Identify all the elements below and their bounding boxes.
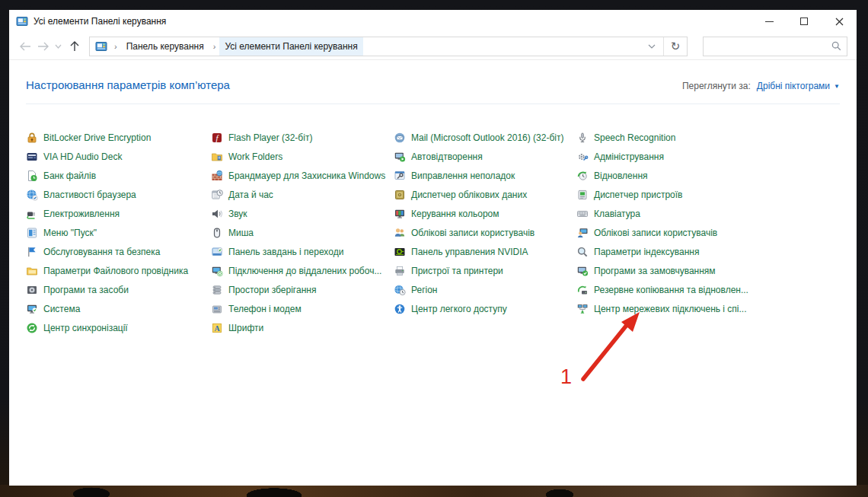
item-label: Flash Player (32-біт): [228, 132, 312, 143]
item-label: Властивості браузера: [43, 190, 136, 200]
control-panel-item[interactable]: Диспетчер облікових даних: [394, 185, 576, 204]
view-by-dropdown[interactable]: Дрібні піктограми ▼: [757, 81, 840, 91]
control-panel-item[interactable]: Облікові записи користувачів: [394, 223, 576, 242]
breadcrumb-all-items[interactable]: Усі елементи Панелі керування: [219, 37, 362, 56]
item-label: Центр мережевих підключень і спі...: [594, 304, 747, 314]
storage-spaces-icon: [211, 284, 223, 296]
item-label: Миша: [228, 228, 254, 238]
item-label: Параметри індексування: [594, 247, 699, 257]
forward-arrow-icon: [37, 41, 50, 52]
control-panel-item[interactable]: Властивості браузера: [26, 185, 211, 204]
close-button[interactable]: [822, 10, 857, 33]
item-label: Звук: [228, 209, 247, 219]
control-panel-item[interactable]: Work Folders: [211, 147, 394, 166]
control-panel-item[interactable]: Керування кольором: [394, 204, 576, 223]
up-arrow-icon: [69, 40, 80, 52]
item-label: Диспетчер пристроїв: [594, 190, 682, 200]
power-options-icon: [26, 208, 38, 220]
control-panel-item[interactable]: Брандмауер для Захисника Windows: [211, 166, 394, 185]
search-box[interactable]: [703, 37, 847, 56]
title-bar: Усі елементи Панелі керування: [9, 10, 857, 33]
credential-manager-icon: [394, 189, 406, 201]
control-panel-item[interactable]: Параметри Файлового провідника: [26, 261, 211, 280]
items-column-2: Flash Player (32-біт)Work FoldersБрандма…: [211, 128, 394, 337]
control-panel-item[interactable]: Центр синхронізації: [26, 318, 211, 337]
control-panel-item[interactable]: Центр легкого доступу: [394, 299, 576, 318]
sync-center-icon: [26, 322, 38, 334]
taskbar-icon: [211, 246, 223, 258]
item-label: Центр легкого доступу: [411, 304, 507, 314]
control-panel-item[interactable]: Центр мережевих підключень і спі...: [576, 299, 753, 318]
maximize-button[interactable]: [787, 10, 822, 33]
autoplay-icon: [394, 151, 406, 163]
bitlocker-icon: [26, 132, 38, 144]
control-panel-item[interactable]: Виправлення неполадок: [394, 166, 576, 185]
control-panel-item[interactable]: Регіон: [394, 280, 576, 299]
chevron-down-icon: [55, 44, 62, 49]
control-panel-item[interactable]: Електроживлення: [26, 204, 211, 223]
speech-recognition-icon: [576, 132, 589, 144]
items-column-1: BitLocker Drive EncryptionVIA HD Audio D…: [26, 128, 211, 337]
control-panel-item[interactable]: Меню "Пуск": [26, 223, 211, 242]
control-panel-item[interactable]: Система: [26, 299, 211, 318]
control-panel-item[interactable]: Простори зберігання: [211, 280, 394, 299]
control-panel-item[interactable]: Банк файлів: [26, 166, 211, 185]
mouse-icon: [211, 227, 223, 239]
back-button[interactable]: [18, 41, 32, 52]
address-bar[interactable]: › Панель керування › Усі елементи Панелі…: [89, 37, 688, 56]
control-panel-item[interactable]: Панель управления NVIDIA: [394, 242, 576, 261]
items-column-4: Speech RecognitionАдмініструванняВідновл…: [576, 128, 753, 337]
control-panel-item[interactable]: Speech Recognition: [576, 128, 753, 147]
control-panel-item[interactable]: Телефон і модем: [211, 299, 394, 318]
via-audio-icon: [26, 151, 38, 163]
control-panel-item[interactable]: Mail (Microsoft Outlook 2016) (32-біт): [394, 128, 576, 147]
item-label: Система: [43, 304, 80, 314]
header-divider: [26, 104, 840, 104]
control-panel-item[interactable]: Flash Player (32-біт): [211, 128, 394, 147]
control-panel-item[interactable]: Диспетчер пристроїв: [576, 185, 753, 204]
control-panel-item[interactable]: Звук: [211, 204, 394, 223]
item-label: Підключення до віддалених робоч...: [228, 266, 381, 276]
control-panel-item[interactable]: Миша: [211, 223, 394, 242]
item-label: Обслуговування та безпека: [43, 247, 160, 257]
item-label: Резервне копіювання та відновлен...: [594, 285, 748, 295]
control-panel-item[interactable]: Програми та засоби: [26, 280, 211, 299]
forward-button[interactable]: [37, 41, 50, 52]
minimize-button[interactable]: [752, 10, 787, 33]
control-panel-item[interactable]: Дата й час: [211, 185, 394, 204]
item-label: Керування кольором: [411, 209, 499, 219]
refresh-button[interactable]: ↻: [664, 40, 687, 53]
control-panel-item[interactable]: VIA HD Audio Deck: [26, 147, 211, 166]
control-panel-item[interactable]: Резервне копіювання та відновлен...: [576, 280, 753, 299]
item-label: Виправлення неполадок: [411, 170, 515, 181]
breadcrumb-control-panel[interactable]: Панель керування: [121, 37, 209, 56]
item-label: Банк файлів: [43, 170, 96, 181]
device-manager-icon: [576, 189, 589, 201]
breadcrumb-separator: ›: [110, 42, 121, 51]
control-panel-item[interactable]: Клавіатура: [576, 204, 753, 223]
control-panel-item[interactable]: Відновлення: [576, 166, 753, 185]
programs-features-icon: [26, 284, 38, 296]
up-button[interactable]: [69, 40, 80, 52]
control-panel-item[interactable]: Пристрої та принтери: [394, 261, 576, 280]
control-panel-item[interactable]: Шрифти: [211, 318, 394, 337]
control-panel-item[interactable]: Підключення до віддалених робоч...: [211, 261, 394, 280]
control-panel-item[interactable]: Автовідтворення: [394, 147, 576, 166]
work-folders-icon: [211, 151, 223, 163]
file-history-icon: [26, 170, 38, 182]
recent-pages-button[interactable]: [55, 44, 62, 49]
item-label: Дата й час: [228, 190, 273, 200]
control-panel-item[interactable]: Обслуговування та безпека: [26, 242, 211, 261]
item-label: Облікові записи користувачів: [411, 228, 535, 238]
keyboard-icon: [576, 208, 589, 220]
control-panel-item[interactable]: Облікові записи користувачів: [576, 223, 753, 242]
item-label: Пристрої та принтери: [411, 266, 503, 276]
control-panel-item[interactable]: Програми за замовчуванням: [576, 261, 753, 280]
control-panel-item[interactable]: Параметри індексування: [576, 242, 753, 261]
control-panel-item[interactable]: Панель завдань і переходи: [211, 242, 394, 261]
address-dropdown-button[interactable]: [640, 44, 663, 49]
search-input[interactable]: [704, 41, 831, 52]
item-label: Програми та засоби: [43, 285, 129, 295]
control-panel-item[interactable]: Адміністрування: [576, 147, 753, 166]
control-panel-item[interactable]: BitLocker Drive Encryption: [26, 128, 211, 147]
